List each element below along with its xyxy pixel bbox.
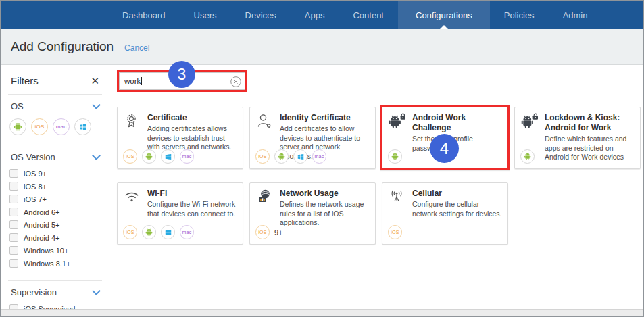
windows-filter-icon[interactable] [74,118,91,135]
cancel-link[interactable]: Cancel [124,43,149,53]
nav-configurations-label: Configurations [416,10,472,20]
chevron-down-icon[interactable] [92,101,101,109]
android-badge-icon [388,149,402,164]
cellular-antenna-icon [389,189,407,206]
ios-badge-icon: iOS [123,149,137,164]
checkbox-label: iOS 9+ [24,170,47,178]
card-title: Android Work Challenge [412,113,503,133]
android-lock-icon [389,113,407,130]
checkbox-box[interactable] [9,233,18,242]
ios-badge-icon: iOS [255,225,270,239]
checkbox-box[interactable] [9,208,18,216]
ios-filter-icon[interactable]: iOS [31,118,48,135]
card-cellular[interactable]: Cellular Configure the cellular network … [382,182,508,245]
checkbox-ios-9[interactable]: iOS 9+ [9,169,101,178]
checkbox-label: iOS 7+ [24,195,47,203]
search-value: work [124,77,141,85]
nav-items: Dashboard Users Devices Apps Content Con… [108,1,601,29]
nav-dashboard[interactable]: Dashboard [108,1,180,29]
card-description: Defines the network usage rules for a li… [280,200,371,228]
windows-badge-icon [293,149,307,164]
checkbox-android-5[interactable]: Android 5+ [9,220,101,229]
card-title: Network Usage [280,189,371,199]
platform-badges [520,149,535,164]
checkbox-box[interactable] [9,195,18,203]
card-identity-certificate[interactable]: Identity Certificate Add certificates to… [249,107,376,169]
card-network-usage[interactable]: Network Usage Defines the network usage … [249,182,376,245]
nav-users[interactable]: Users [180,1,231,29]
card-title: Wi-Fi [147,189,239,199]
checkbox-box[interactable] [9,220,18,229]
checkbox-box[interactable] [9,246,18,255]
annotation-step-4-badge: 4 [430,134,459,163]
filters-sidebar: Filters ✕ OS iOS mac OS Version iOS 9+ [1,65,109,310]
platform-badges: iOS mac [123,149,194,164]
checkbox-windows-10[interactable]: Windows 10+ [9,246,101,255]
checkbox-label: Android 4+ [24,234,60,242]
close-filters-icon[interactable]: ✕ [91,76,99,86]
identity-person-icon [256,113,275,130]
configuration-cards: Certificate Adding certificates allows d… [117,107,641,245]
annotation-step-3-badge: 3 [168,61,195,88]
network-usage-globe-icon [256,189,275,206]
os-section-label: OS [11,101,24,112]
card-title: Cellular [412,189,503,199]
nav-policies[interactable]: Policies [490,1,549,29]
android-filter-icon[interactable] [9,118,26,135]
platform-min-version: 9+ [274,228,283,237]
checkbox-ios-7[interactable]: iOS 7+ [9,195,101,203]
android-badge-icon [142,149,156,164]
nav-apps[interactable]: Apps [291,1,339,29]
mac-label: mac [56,124,67,130]
page-title: Add Configuration [11,39,114,54]
filters-title: Filters [11,75,39,87]
platform-badges: iOS [388,225,402,239]
platform-badges [388,149,402,164]
os-version-section-label: OS Version [11,152,55,162]
ios-badge-icon: iOS [123,225,137,239]
chevron-down-icon[interactable] [92,287,101,295]
checkbox-box[interactable] [9,182,18,191]
windows-badge-icon [161,149,175,164]
checkbox-label: Android 5+ [24,221,60,229]
mac-filter-icon[interactable]: mac [53,118,70,135]
checkbox-ios-8[interactable]: iOS 8+ [9,182,101,191]
mac-badge-icon: mac [312,149,326,164]
card-android-work-challenge[interactable]: Android Work Challenge Set the work prof… [380,105,510,170]
wifi-icon [124,189,143,206]
mac-badge-icon: mac [180,149,194,164]
card-title: Identity Certificate [280,113,371,123]
clear-search-icon[interactable] [230,76,242,88]
card-certificate[interactable]: Certificate Adding certificates allows d… [117,107,243,169]
checkbox-android-4[interactable]: Android 4+ [9,233,101,242]
os-version-options: iOS 9+ iOS 8+ iOS 7+ Android 6+ Android … [1,168,109,280]
ios-badge-icon: iOS [255,149,270,164]
ios-label: iOS [35,124,45,130]
platform-badges: iOS mac [255,149,326,164]
nav-content[interactable]: Content [339,1,398,29]
nav-configurations[interactable]: Configurations [398,1,490,29]
checkbox-label: iOS 8+ [24,182,47,191]
windows-badge-icon [161,225,175,239]
card-wifi[interactable]: Wi-Fi Configure the Wi-Fi network that d… [117,182,243,245]
card-lockdown-kiosk[interactable]: Lockdown & Kiosk: Android for Work Defin… [514,107,641,169]
app-window: Dashboard Users Devices Apps Content Con… [0,0,644,317]
nav-admin[interactable]: Admin [549,1,602,29]
card-description: Adding certificates allows devices to es… [147,124,239,152]
nav-devices[interactable]: Devices [231,1,291,29]
card-description: Configure the Wi-Fi network that devices… [147,200,239,218]
top-nav: Dashboard Users Devices Apps Content Con… [1,1,643,29]
page-body: Filters ✕ OS iOS mac OS Version iOS 9+ [1,65,643,310]
checkbox-box[interactable] [9,169,18,178]
android-badge-icon [142,225,156,239]
android-badge-icon [274,149,289,164]
horizontal-scrollbar[interactable] [1,309,643,316]
checkbox-box[interactable] [9,259,18,268]
checkbox-android-6[interactable]: Android 6+ [9,208,101,216]
page-header: Add Configuration Cancel [1,29,643,65]
checkbox-windows-81[interactable]: Windows 8.1+ [9,259,101,268]
supervision-section-label: Supervision [11,287,57,297]
main-content: work 3 Certificate Adding certificates a… [109,65,643,310]
chevron-down-icon[interactable] [92,151,101,160]
card-title: Certificate [147,113,239,123]
